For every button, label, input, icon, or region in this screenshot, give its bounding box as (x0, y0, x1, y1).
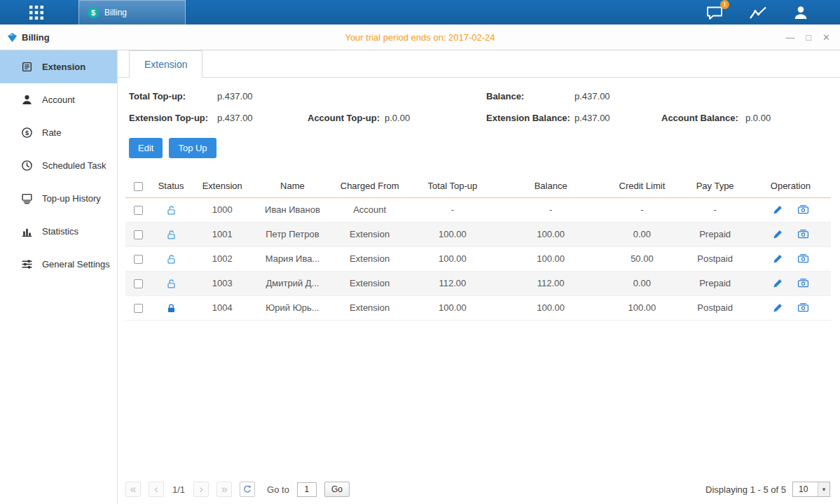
notification-badge: ! (720, 0, 729, 9)
edit-button[interactable]: Edit (129, 138, 163, 158)
general-settings-icon (21, 258, 33, 270)
sidebar-item-label: Scheduled Task (42, 160, 106, 171)
extensions-table: Status Extension Name Charged From Total… (125, 174, 831, 321)
sidebar-item-extension[interactable]: Extension (0, 50, 117, 83)
top-up-icon[interactable] (797, 253, 809, 265)
table-row[interactable]: 1000 Иван Иванов Account - - - - (125, 197, 831, 222)
cell-pay-type: Prepaid (680, 271, 750, 295)
goto-label: Go to (267, 484, 289, 495)
col-name: Name (253, 174, 331, 197)
cell-name: Петр Петров (253, 222, 331, 246)
app-tab-billing[interactable]: $ Billing (78, 0, 186, 24)
go-button[interactable]: Go (324, 482, 350, 497)
sidebar-item-statistics[interactable]: Statistics (0, 215, 117, 248)
top-up-button[interactable]: Top Up (169, 138, 216, 158)
apps-grid-icon[interactable] (0, 0, 43, 24)
top-up-history-icon (21, 192, 33, 204)
edit-icon[interactable] (772, 278, 783, 289)
topbar-right-icons: ! (705, 0, 840, 24)
sidebar-item-general-settings[interactable]: General Settings (0, 248, 117, 281)
row-checkbox[interactable] (134, 230, 143, 239)
refresh-icon (242, 484, 252, 494)
col-operation: Operation (750, 174, 831, 197)
cell-name: Юрий Юрь... (253, 295, 331, 320)
cell-credit-limit: 50.00 (604, 246, 680, 271)
col-status: Status (151, 174, 191, 197)
next-page-button[interactable]: › (193, 482, 209, 497)
dropdown-arrow-icon: ▾ (818, 482, 829, 496)
top-up-icon[interactable] (797, 277, 809, 289)
cell-balance: 100.00 (497, 295, 604, 320)
cell-pay-type: - (680, 197, 750, 222)
row-checkbox[interactable] (134, 206, 143, 215)
cell-credit-limit: 100.00 (604, 295, 680, 320)
edit-icon[interactable] (772, 253, 783, 265)
cell-pay-type: Postpaid (680, 295, 750, 320)
cell-extension: 1002 (191, 246, 253, 271)
last-page-button[interactable]: » (216, 482, 232, 497)
top-up-icon[interactable] (797, 302, 809, 314)
row-checkbox[interactable] (134, 279, 143, 288)
line-chart-icon[interactable] (749, 5, 767, 20)
account-icon (21, 94, 33, 106)
summary-value: p.0.00 (385, 113, 410, 123)
table-row[interactable]: 1001 Петр Петров Extension 100.00 100.00… (125, 222, 831, 246)
status-unlocked-icon (166, 279, 177, 289)
cell-extension: 1003 (191, 271, 253, 295)
summary-label: Balance: (486, 91, 574, 102)
maximize-button[interactable]: □ (806, 32, 811, 43)
table-row[interactable]: 1003 Дмитрий Д... Extension 112.00 112.0… (125, 271, 831, 295)
refresh-button[interactable] (240, 482, 255, 497)
edit-icon[interactable] (772, 302, 783, 314)
top-up-icon[interactable] (797, 204, 809, 216)
cell-credit-limit: 0.00 (604, 271, 680, 295)
cell-total-top-up: 100.00 (408, 295, 497, 320)
window-controls: — □ ✕ (785, 32, 840, 43)
close-button[interactable]: ✕ (822, 32, 830, 43)
summary-value: p.0.00 (745, 113, 771, 123)
cell-pay-type: Prepaid (680, 222, 750, 246)
first-page-button[interactable]: « (125, 482, 141, 497)
cell-total-top-up: 100.00 (408, 246, 497, 271)
sidebar-item-account[interactable]: Account (0, 83, 117, 116)
summary-label: Total Top-up: (129, 91, 217, 102)
row-checkbox[interactable] (134, 255, 143, 264)
user-icon[interactable] (792, 4, 809, 21)
minimize-button[interactable]: — (785, 32, 794, 43)
billing-diamond-icon (7, 32, 18, 43)
status-locked-icon (166, 303, 177, 314)
cell-charged-from: Extension (332, 246, 408, 271)
cell-name: Иван Иванов (253, 197, 331, 222)
sidebar-item-rate[interactable]: Rate (0, 116, 117, 149)
page-size-select[interactable]: 10 ▾ (792, 482, 830, 497)
sidebar-item-label: Rate (42, 127, 61, 138)
sidebar-item-label: Extension (42, 62, 85, 72)
goto-page-input[interactable] (297, 482, 317, 497)
cell-extension: 1001 (191, 222, 253, 246)
messages-icon[interactable]: ! (705, 4, 724, 21)
table-row[interactable]: 1004 Юрий Юрь... Extension 100.00 100.00… (125, 295, 831, 320)
select-all-checkbox[interactable] (134, 182, 143, 191)
sidebar-item-scheduled-task[interactable]: Scheduled Task (0, 149, 117, 182)
summary-panel: Total Top-up: p.437.00 Balance: p.437.00… (129, 91, 840, 123)
action-buttons: Edit Top Up (129, 138, 840, 158)
app-brand: Billing (0, 32, 50, 43)
cell-credit-limit: 0.00 (604, 222, 680, 246)
cell-total-top-up: 112.00 (408, 271, 497, 295)
cell-name: Мария Ива... (253, 246, 331, 271)
cell-charged-from: Extension (332, 271, 408, 295)
main-content: Extension Total Top-up: p.437.00 Balance… (118, 50, 840, 504)
titlebar: Billing Your trial period ends on: 2017-… (0, 24, 840, 50)
edit-icon[interactable] (772, 204, 783, 216)
col-credit-limit: Credit Limit (604, 174, 680, 197)
sidebar-item-top-up-history[interactable]: Top-up History (0, 182, 117, 215)
tab-extension[interactable]: Extension (129, 50, 202, 78)
page-indicator: 1/1 (172, 484, 185, 495)
col-balance: Balance (497, 174, 604, 197)
top-up-icon[interactable] (797, 228, 809, 240)
summary-value: p.437.00 (574, 91, 610, 102)
prev-page-button[interactable]: ‹ (149, 482, 164, 497)
row-checkbox[interactable] (134, 304, 143, 313)
edit-icon[interactable] (772, 229, 783, 240)
table-row[interactable]: 1002 Мария Ива... Extension 100.00 100.0… (125, 246, 831, 271)
